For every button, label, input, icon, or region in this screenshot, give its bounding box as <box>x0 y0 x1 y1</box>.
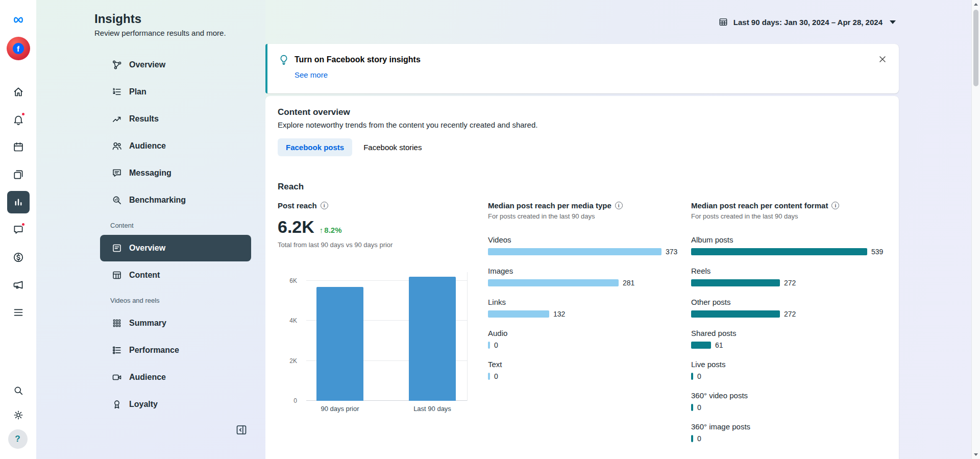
post-reach-chart: 02K4K6K <box>278 272 488 401</box>
scrollbar[interactable] <box>971 0 980 459</box>
sidebar-item-audience[interactable]: Audience <box>100 133 251 159</box>
sidebar-nav: OverviewPlanResultsAudienceMessagingBenc… <box>100 52 251 411</box>
sidebar-item-label: Plan <box>129 87 146 96</box>
collapse-sidebar-button[interactable] <box>235 423 248 439</box>
all-tools-button[interactable] <box>7 301 30 324</box>
bar-label: Live posts <box>691 360 887 369</box>
page-title: Insights <box>94 11 265 27</box>
bar-videos[interactable] <box>488 248 662 255</box>
messaging-icon <box>111 167 122 179</box>
bar-images[interactable] <box>488 279 619 286</box>
meta-logo-icon[interactable] <box>10 13 27 27</box>
sidebar-item-label: Summary <box>129 319 166 328</box>
bar-row-360-image-posts: 360° image posts0 <box>691 422 887 443</box>
table-icon <box>111 270 122 281</box>
y-axis-labels: 02K4K6K <box>278 272 302 401</box>
settings-button[interactable] <box>8 405 29 425</box>
monetization-button[interactable] <box>7 246 30 269</box>
post-reach-value-row: 6.2K 8.2% <box>278 217 488 237</box>
bar-line: 61 <box>691 341 887 349</box>
search-button[interactable] <box>8 380 29 401</box>
bar-line: 0 <box>691 372 887 380</box>
sidebar-item-content-overview[interactable]: Overview <box>100 235 251 261</box>
bar-album-posts[interactable] <box>691 248 867 255</box>
notification-badge <box>21 112 26 116</box>
see-more-link[interactable]: See more <box>295 70 328 79</box>
bar-live-posts[interactable] <box>691 373 693 380</box>
media-type-subtitle: For posts created in the last 90 days <box>488 212 691 220</box>
post-reach-caption: Total from last 90 days vs 90 days prior <box>278 241 488 249</box>
sidebar-item-content-content[interactable]: Content <box>100 262 251 288</box>
content-tabs: Facebook postsFacebook stories <box>278 138 887 156</box>
post-reach-value: 6.2K <box>278 217 314 237</box>
main-top-bar: Last 90 days: Jan 30, 2024 – Apr 28, 202… <box>265 0 980 44</box>
nav-section-heading-videos-and-reels: Videos and reels <box>100 297 251 305</box>
bar-last-90-days[interactable] <box>409 277 456 401</box>
bar-other-posts[interactable] <box>691 310 780 318</box>
sidebar-item-plan[interactable]: Plan <box>100 79 251 105</box>
info-icon[interactable] <box>615 202 623 209</box>
grid-icon <box>111 318 122 329</box>
info-icon[interactable] <box>831 202 839 209</box>
post-reach-panel: Post reach 6.2K 8.2% Total from last 90 … <box>278 201 488 453</box>
sidebar-item-results[interactable]: Results <box>100 106 251 132</box>
sidebar-item-overview[interactable]: Overview <box>100 52 251 78</box>
bar-360-video-posts[interactable] <box>691 404 693 411</box>
bar-value: 0 <box>697 372 701 380</box>
notifications-button[interactable] <box>7 108 30 131</box>
bar-label: Images <box>488 267 691 275</box>
bar-label: Links <box>488 298 691 306</box>
scroll-up-arrow[interactable] <box>972 0 980 9</box>
content-format-subtitle: For posts created in the last 90 days <box>691 212 887 220</box>
sidebar-item-benchmarking[interactable]: Benchmarking <box>100 187 251 213</box>
bar-text[interactable] <box>488 373 490 380</box>
bar-shared-posts[interactable] <box>691 342 711 349</box>
content-button[interactable] <box>7 163 30 186</box>
ads-button[interactable] <box>7 274 30 296</box>
tab-facebook-posts[interactable]: Facebook posts <box>278 138 352 156</box>
sidebar-item-videos-and-reels-loyalty[interactable]: Loyalty <box>100 391 251 411</box>
scroll-thumb[interactable] <box>973 10 978 86</box>
bar-links[interactable] <box>488 310 549 318</box>
bar-line: 272 <box>691 310 887 318</box>
sidebar-item-label: Overview <box>129 60 165 69</box>
y-tick-label: 6K <box>289 277 297 284</box>
page-avatar[interactable] <box>7 37 30 60</box>
calendar-grid-icon <box>718 17 728 27</box>
bar-360-image-posts[interactable] <box>691 435 693 442</box>
bar-audio[interactable] <box>488 342 490 349</box>
banner-title-row: Turn on Facebook story insights <box>278 54 887 66</box>
bar-row-360-video-posts: 360° video posts0 <box>691 391 887 412</box>
insights-button[interactable] <box>7 191 30 213</box>
content-format-header: Median post reach per content format <box>691 201 887 210</box>
bar-reels[interactable] <box>691 279 780 286</box>
tab-facebook-stories[interactable]: Facebook stories <box>355 138 430 156</box>
info-icon[interactable] <box>321 202 328 209</box>
help-button[interactable] <box>8 429 28 449</box>
date-range-label: Last 90 days: Jan 30, 2024 – Apr 28, 202… <box>733 18 883 27</box>
bar-value: 132 <box>553 310 565 318</box>
bar-label: Videos <box>488 235 691 244</box>
close-icon[interactable] <box>877 54 888 64</box>
bar-90-days-prior[interactable] <box>316 287 363 401</box>
sidebar-item-videos-and-reels-audience[interactable]: Audience <box>100 364 251 391</box>
post-reach-title: Post reach <box>278 201 317 210</box>
planner-button[interactable] <box>7 136 30 158</box>
bar-row-images: Images281 <box>488 267 691 287</box>
sidebar-item-label: Messaging <box>129 168 172 178</box>
scroll-down-arrow[interactable] <box>972 450 980 459</box>
sidebar-item-messaging[interactable]: Messaging <box>100 160 251 186</box>
banner-title: Turn on Facebook story insights <box>295 55 421 64</box>
home-button[interactable] <box>7 81 30 103</box>
bar-line: 539 <box>691 248 887 256</box>
bar-row-videos: Videos373 <box>488 235 691 256</box>
bar-line: 0 <box>488 341 691 349</box>
sidebar-item-videos-and-reels-summary[interactable]: Summary <box>100 310 251 336</box>
bar-row-album-posts: Album posts539 <box>691 235 887 256</box>
inbox-button[interactable] <box>7 219 30 241</box>
x-tick-label: 90 days prior <box>321 405 359 413</box>
chart-plot-area <box>306 272 468 401</box>
sidebar-item-videos-and-reels-performance[interactable]: Performance <box>100 337 251 364</box>
sidebar-header: Insights Review performance results and … <box>94 11 265 37</box>
date-range-picker[interactable]: Last 90 days: Jan 30, 2024 – Apr 28, 202… <box>718 17 896 27</box>
